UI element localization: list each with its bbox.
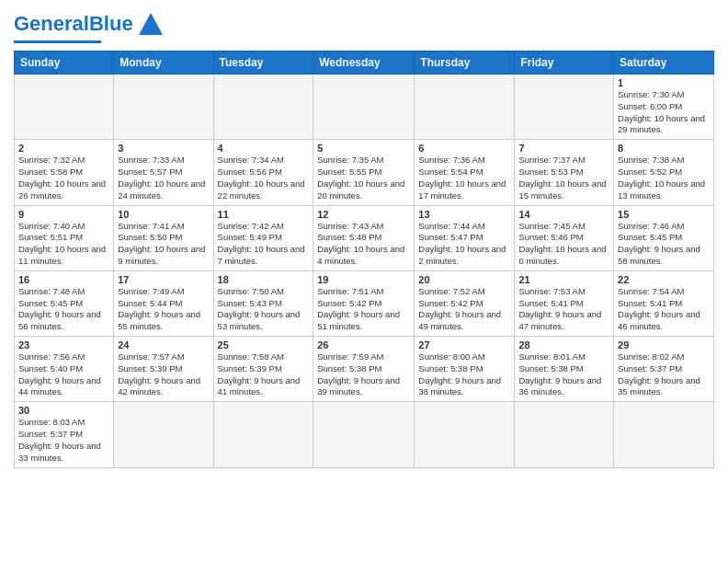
day-number: 14	[518, 209, 609, 220]
day-info: Sunrise: 7:50 AM Sunset: 5:43 PM Dayligh…	[218, 286, 310, 333]
day-info: Sunrise: 7:30 AM Sunset: 6:00 PM Dayligh…	[618, 89, 710, 136]
day-cell: 18Sunrise: 7:50 AM Sunset: 5:43 PM Dayli…	[213, 270, 313, 336]
day-info: Sunrise: 7:49 AM Sunset: 5:44 PM Dayligh…	[118, 286, 209, 333]
day-number: 10	[118, 209, 209, 220]
day-info: Sunrise: 7:33 AM Sunset: 5:57 PM Dayligh…	[118, 155, 209, 201]
day-info: Sunrise: 7:53 AM Sunset: 5:41 PM Dayligh…	[518, 286, 609, 333]
day-info: Sunrise: 8:01 AM Sunset: 5:38 PM Dayligh…	[518, 351, 609, 398]
day-cell: 21Sunrise: 7:53 AM Sunset: 5:41 PM Dayli…	[515, 270, 614, 336]
day-info: Sunrise: 7:35 AM Sunset: 5:55 PM Dayligh…	[317, 155, 410, 201]
day-cell	[313, 402, 415, 467]
weekday-wednesday: Wednesday	[313, 52, 415, 75]
day-number: 1	[618, 77, 710, 88]
day-number: 7	[518, 143, 609, 154]
day-number: 17	[118, 274, 209, 285]
day-cell: 3Sunrise: 7:33 AM Sunset: 5:57 PM Daylig…	[114, 140, 213, 205]
weekday-header-row: SundayMondayTuesdayWednesdayThursdayFrid…	[15, 52, 714, 75]
day-number: 6	[418, 143, 510, 154]
week-row-3: 16Sunrise: 7:48 AM Sunset: 5:45 PM Dayli…	[15, 270, 714, 336]
svg-marker-0	[139, 13, 163, 35]
day-cell: 27Sunrise: 8:00 AM Sunset: 5:38 PM Dayli…	[415, 337, 515, 402]
day-number: 13	[418, 209, 510, 220]
weekday-thursday: Thursday	[415, 52, 515, 75]
day-info: Sunrise: 7:59 AM Sunset: 5:38 PM Dayligh…	[317, 351, 410, 398]
day-number: 26	[317, 339, 410, 350]
day-cell	[313, 75, 415, 140]
day-info: Sunrise: 7:32 AM Sunset: 5:58 PM Dayligh…	[18, 155, 109, 201]
day-info: Sunrise: 7:45 AM Sunset: 5:46 PM Dayligh…	[518, 221, 609, 268]
day-cell	[614, 402, 714, 467]
day-cell: 15Sunrise: 7:46 AM Sunset: 5:45 PM Dayli…	[614, 205, 714, 270]
day-number: 15	[618, 209, 710, 220]
day-info: Sunrise: 7:46 AM Sunset: 5:45 PM Dayligh…	[618, 221, 710, 268]
day-info: Sunrise: 7:51 AM Sunset: 5:42 PM Dayligh…	[317, 286, 410, 333]
day-number: 23	[18, 339, 109, 350]
day-number: 27	[418, 339, 510, 350]
day-number: 19	[317, 274, 410, 285]
day-number: 29	[618, 339, 710, 350]
day-cell	[213, 402, 313, 467]
day-info: Sunrise: 7:57 AM Sunset: 5:39 PM Dayligh…	[118, 351, 209, 398]
day-cell: 4Sunrise: 7:34 AM Sunset: 5:56 PM Daylig…	[213, 140, 313, 205]
day-cell: 7Sunrise: 7:37 AM Sunset: 5:53 PM Daylig…	[515, 140, 614, 205]
day-number: 5	[317, 143, 410, 154]
day-number: 12	[317, 209, 410, 220]
day-cell: 28Sunrise: 8:01 AM Sunset: 5:38 PM Dayli…	[515, 337, 614, 402]
day-cell: 9Sunrise: 7:40 AM Sunset: 5:51 PM Daylig…	[15, 205, 114, 270]
day-cell	[114, 75, 213, 140]
weekday-friday: Friday	[515, 52, 614, 75]
day-info: Sunrise: 8:03 AM Sunset: 5:37 PM Dayligh…	[18, 417, 109, 464]
day-cell	[415, 75, 515, 140]
day-cell: 30Sunrise: 8:03 AM Sunset: 5:37 PM Dayli…	[15, 402, 114, 467]
day-info: Sunrise: 7:43 AM Sunset: 5:48 PM Dayligh…	[317, 221, 410, 268]
day-cell: 6Sunrise: 7:36 AM Sunset: 5:54 PM Daylig…	[415, 140, 515, 205]
week-row-4: 23Sunrise: 7:56 AM Sunset: 5:40 PM Dayli…	[15, 337, 714, 402]
day-cell: 5Sunrise: 7:35 AM Sunset: 5:55 PM Daylig…	[313, 140, 415, 205]
day-info: Sunrise: 7:38 AM Sunset: 5:52 PM Dayligh…	[618, 155, 710, 201]
day-number: 20	[418, 274, 510, 285]
day-number: 3	[118, 143, 209, 154]
day-number: 18	[218, 274, 310, 285]
day-cell: 26Sunrise: 7:59 AM Sunset: 5:38 PM Dayli…	[313, 337, 415, 402]
logo-blue: Blue	[89, 12, 133, 35]
day-cell: 22Sunrise: 7:54 AM Sunset: 5:41 PM Dayli…	[614, 270, 714, 336]
day-cell	[15, 75, 114, 140]
header: GeneralBlue	[14, 9, 714, 43]
logo-text: GeneralBlue	[14, 14, 133, 34]
day-cell: 23Sunrise: 7:56 AM Sunset: 5:40 PM Dayli…	[15, 337, 114, 402]
day-cell: 19Sunrise: 7:51 AM Sunset: 5:42 PM Dayli…	[313, 270, 415, 336]
day-info: Sunrise: 7:40 AM Sunset: 5:51 PM Dayligh…	[18, 221, 109, 268]
logo-underline	[14, 40, 101, 43]
day-number: 28	[518, 339, 609, 350]
day-cell	[213, 75, 313, 140]
day-number: 8	[618, 143, 710, 154]
day-info: Sunrise: 7:42 AM Sunset: 5:49 PM Dayligh…	[218, 221, 310, 268]
day-info: Sunrise: 8:02 AM Sunset: 5:37 PM Dayligh…	[618, 351, 710, 398]
day-cell: 10Sunrise: 7:41 AM Sunset: 5:50 PM Dayli…	[114, 205, 213, 270]
day-cell: 16Sunrise: 7:48 AM Sunset: 5:45 PM Dayli…	[15, 270, 114, 336]
day-cell: 8Sunrise: 7:38 AM Sunset: 5:52 PM Daylig…	[614, 140, 714, 205]
day-info: Sunrise: 7:37 AM Sunset: 5:53 PM Dayligh…	[518, 155, 609, 201]
day-number: 2	[18, 143, 109, 154]
day-cell: 24Sunrise: 7:57 AM Sunset: 5:39 PM Dayli…	[114, 337, 213, 402]
logo: GeneralBlue	[14, 9, 165, 43]
day-cell	[114, 402, 213, 467]
day-info: Sunrise: 7:58 AM Sunset: 5:39 PM Dayligh…	[218, 351, 310, 398]
weekday-saturday: Saturday	[614, 52, 714, 75]
day-number: 21	[518, 274, 609, 285]
day-number: 25	[218, 339, 310, 350]
day-info: Sunrise: 7:41 AM Sunset: 5:50 PM Dayligh…	[118, 221, 209, 268]
day-cell: 11Sunrise: 7:42 AM Sunset: 5:49 PM Dayli…	[213, 205, 313, 270]
day-info: Sunrise: 8:00 AM Sunset: 5:38 PM Dayligh…	[418, 351, 510, 398]
page: GeneralBlue SundayMondayTuesdayWednesday…	[0, 0, 728, 563]
day-info: Sunrise: 7:48 AM Sunset: 5:45 PM Dayligh…	[18, 286, 109, 333]
weekday-monday: Monday	[114, 52, 213, 75]
day-info: Sunrise: 7:56 AM Sunset: 5:40 PM Dayligh…	[18, 351, 109, 398]
calendar: SundayMondayTuesdayWednesdayThursdayFrid…	[14, 51, 714, 468]
week-row-2: 9Sunrise: 7:40 AM Sunset: 5:51 PM Daylig…	[15, 205, 714, 270]
week-row-5: 30Sunrise: 8:03 AM Sunset: 5:37 PM Dayli…	[15, 402, 714, 467]
week-row-0: 1Sunrise: 7:30 AM Sunset: 6:00 PM Daylig…	[15, 75, 714, 140]
day-number: 24	[118, 339, 209, 350]
day-cell: 25Sunrise: 7:58 AM Sunset: 5:39 PM Dayli…	[213, 337, 313, 402]
day-cell: 20Sunrise: 7:52 AM Sunset: 5:42 PM Dayli…	[415, 270, 515, 336]
